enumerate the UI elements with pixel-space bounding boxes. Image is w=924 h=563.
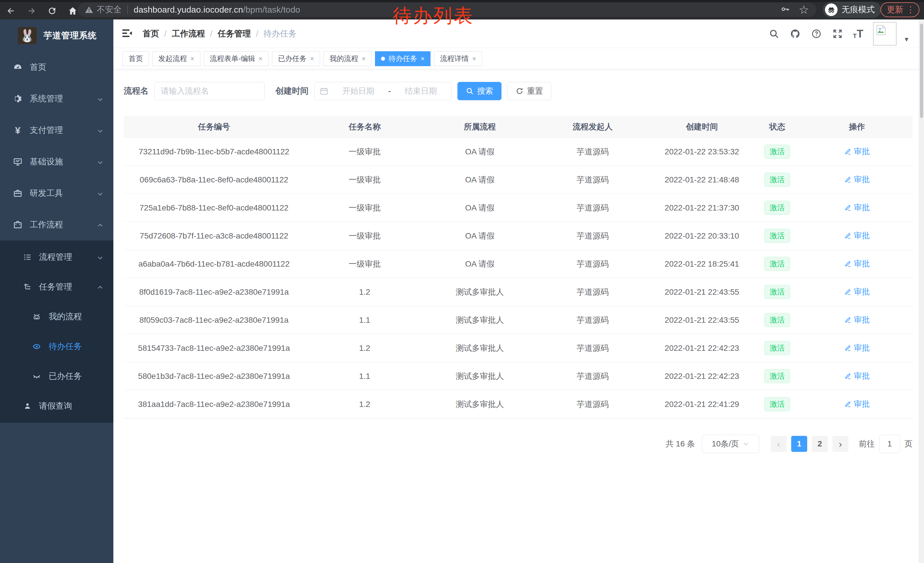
- briefcase-icon: [13, 220, 22, 230]
- cell-task-name: 一级审批: [304, 203, 425, 213]
- approve-button[interactable]: 审批: [844, 146, 870, 157]
- approve-button[interactable]: 审批: [844, 314, 870, 325]
- chevron-down-icon: [97, 127, 104, 134]
- chevron-down-icon: [743, 441, 749, 447]
- close-icon[interactable]: ×: [258, 55, 262, 62]
- approve-button[interactable]: 审批: [844, 342, 870, 353]
- cell-task-name: 1.1: [304, 372, 425, 381]
- approve-button[interactable]: 审批: [844, 286, 870, 297]
- url-divider: [128, 6, 128, 14]
- cell-process: OA 请假: [425, 203, 535, 213]
- search-button[interactable]: 搜索: [458, 82, 501, 100]
- sidebar-item-payment[interactable]: ¥ 支付管理: [0, 114, 113, 146]
- gear-icon: [13, 94, 22, 104]
- goto-page-input[interactable]: [879, 435, 900, 453]
- approve-button[interactable]: 审批: [844, 174, 870, 185]
- github-icon[interactable]: [789, 28, 801, 39]
- font-size-icon[interactable]: TT: [853, 29, 864, 39]
- browser-back-icon[interactable]: [4, 5, 17, 17]
- sidebar-item-label: 支付管理: [30, 125, 63, 136]
- browser-menu-icon[interactable]: ⋮: [906, 6, 915, 14]
- sidebar-item-process-mgmt[interactable]: 流程管理: [0, 242, 113, 272]
- tab-process-form-edit[interactable]: 流程表单-编辑 ×: [204, 51, 268, 66]
- cell-process: OA 请假: [425, 231, 535, 242]
- browser-update-button[interactable]: 更新 ⋮: [880, 2, 920, 17]
- page-button-2[interactable]: 2: [812, 436, 828, 452]
- breadcrumb-home[interactable]: 首页: [142, 28, 159, 39]
- search-icon[interactable]: [768, 28, 780, 39]
- sidebar-item-leave-query[interactable]: 请假查询: [0, 391, 113, 421]
- breadcrumb-workflow[interactable]: 工作流程: [172, 28, 205, 39]
- help-icon[interactable]: [811, 28, 822, 39]
- breadcrumb-task-mgmt[interactable]: 任务管理: [218, 28, 251, 39]
- prev-page-button[interactable]: ‹: [771, 436, 787, 452]
- sidebar-item-my-process[interactable]: 我的流程: [0, 302, 113, 332]
- table-row: 8f0d1619-7ac8-11ec-a9e2-a2380e71991a 1.2…: [124, 278, 912, 306]
- sidebar-item-todo-tasks[interactable]: 待办任务: [0, 332, 113, 362]
- sidebar-item-system[interactable]: 系统管理: [0, 83, 113, 114]
- cell-task-name: 1.2: [304, 288, 425, 297]
- cell-starter: 芋道源码: [535, 174, 651, 185]
- sidebar-item-label: 任务管理: [39, 281, 72, 293]
- close-icon[interactable]: ×: [362, 55, 366, 62]
- status-badge: 激活: [764, 369, 790, 383]
- approve-button[interactable]: 审批: [844, 371, 870, 381]
- page-size-select[interactable]: 10条/页: [702, 435, 759, 453]
- sidebar-item-home[interactable]: 首页: [0, 51, 113, 83]
- approve-button[interactable]: 审批: [844, 202, 870, 213]
- pagination: 共 16 条 10条/页 ‹ 1 2 › 前往 页: [124, 435, 912, 453]
- navbar: 首页 / 工作流程 / 任务管理 / 待办任务 TT: [113, 20, 924, 48]
- approve-button[interactable]: 审批: [844, 258, 870, 269]
- tab-done-tasks[interactable]: 已办任务 ×: [272, 51, 320, 66]
- cell-starter: 芋道源码: [535, 203, 651, 213]
- cell-process: OA 请假: [425, 258, 535, 269]
- sidebar-fold-icon[interactable]: [122, 27, 134, 40]
- cell-task-name: 一级审批: [304, 146, 425, 157]
- fullscreen-icon[interactable]: [832, 28, 843, 39]
- close-icon[interactable]: ×: [472, 55, 476, 62]
- app-title: 芋道管理系统: [44, 30, 97, 42]
- tab-home[interactable]: 首页: [123, 51, 149, 66]
- sidebar-item-done-tasks[interactable]: 已办任务: [0, 362, 113, 391]
- date-range-picker[interactable]: 开始日期 - 结束日期: [314, 82, 452, 100]
- approve-button[interactable]: 审批: [844, 399, 870, 410]
- sidebar-item-workflow[interactable]: 工作流程: [0, 209, 113, 240]
- avatar[interactable]: [873, 22, 897, 45]
- browser-home-icon[interactable]: [66, 5, 79, 17]
- incognito-badge: 无痕模式: [823, 2, 881, 18]
- process-name-input[interactable]: [154, 82, 264, 100]
- tab-start-process[interactable]: 发起流程 ×: [152, 51, 200, 66]
- cell-create-time: 2022-01-21 22:42:23: [651, 372, 753, 381]
- sidebar-item-task-mgmt[interactable]: 任务管理: [0, 272, 113, 302]
- scrollbar-thumb[interactable]: [920, 24, 923, 118]
- sidebar-item-infra[interactable]: 基础设施: [0, 146, 113, 177]
- tab-todo-tasks[interactable]: 待办任务 ×: [375, 51, 430, 66]
- goto-unit-label: 页: [904, 438, 912, 449]
- next-page-button[interactable]: ›: [832, 436, 848, 452]
- edit-pencil-icon: [844, 344, 852, 352]
- app-logo-row[interactable]: 🐰 芋道管理系统: [0, 20, 113, 51]
- dashboard-icon: [13, 63, 22, 72]
- incognito-label: 无痕模式: [842, 4, 875, 15]
- page-button-1[interactable]: 1: [791, 436, 807, 452]
- browser-forward-icon[interactable]: [25, 5, 38, 17]
- cell-starter: 芋道源码: [535, 399, 651, 410]
- avatar-caret-icon[interactable]: ▼: [903, 36, 910, 43]
- window-scrollbar[interactable]: [919, 20, 924, 563]
- tab-label: 流程表单-编辑: [210, 54, 255, 63]
- close-icon[interactable]: ×: [420, 55, 424, 62]
- bookmark-star-icon[interactable]: ☆: [799, 4, 809, 15]
- security-chip[interactable]: 不安全: [85, 4, 122, 15]
- sidebar-item-devtools[interactable]: 研发工具: [0, 177, 113, 209]
- table-row: 580e1b3d-7ac8-11ec-a9e2-a2380e71991a 1.1…: [124, 362, 912, 390]
- approve-button[interactable]: 审批: [844, 230, 870, 241]
- tab-process-detail[interactable]: 流程详情 ×: [434, 51, 482, 66]
- browser-reload-icon[interactable]: [46, 5, 58, 17]
- filter-form: 流程名 创建时间 开始日期 - 结束日期 搜索 重置: [124, 82, 912, 100]
- tab-my-process[interactable]: 我的流程 ×: [324, 51, 372, 66]
- close-icon[interactable]: ×: [310, 55, 314, 62]
- reset-button[interactable]: 重置: [507, 82, 551, 100]
- password-key-icon[interactable]: [780, 4, 790, 15]
- table-row: 069c6a63-7b8a-11ec-8ef0-acde48001122 一级审…: [124, 166, 912, 194]
- close-icon[interactable]: ×: [190, 55, 194, 62]
